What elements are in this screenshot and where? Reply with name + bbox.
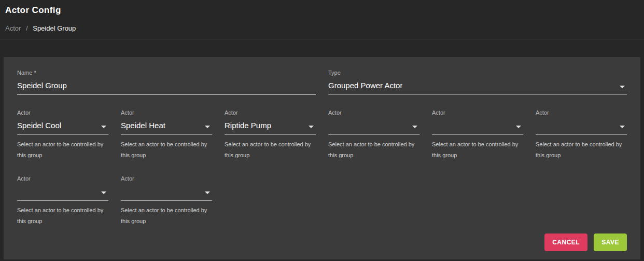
actor-select-value: Speidel Cool	[17, 121, 61, 130]
actor-field: Actor Select an actor to be controlled b…	[17, 175, 108, 227]
actor-field: Actor Riptide Pump Select an actor to be…	[225, 109, 316, 161]
actor-field-label: Actor	[17, 175, 108, 182]
save-button[interactable]: SAVE	[594, 233, 627, 251]
actor-field-label: Actor	[432, 109, 523, 116]
type-select[interactable]: Grouped Power Actor	[328, 79, 627, 95]
actor-field: Actor Select an actor to be controlled b…	[121, 175, 212, 227]
name-field: Name *	[17, 70, 316, 95]
actor-select[interactable]	[17, 185, 108, 201]
actor-field: Actor Select an actor to be controlled b…	[536, 109, 627, 161]
breadcrumb-separator: /	[26, 24, 28, 32]
actor-field-label: Actor	[121, 175, 212, 182]
name-field-label: Name *	[17, 70, 316, 76]
cancel-button[interactable]: CANCEL	[544, 233, 587, 251]
top-fields-row: Name * Type Grouped Power Actor	[17, 70, 627, 95]
actor-field-label: Actor	[121, 109, 212, 116]
chevron-down-icon	[412, 126, 417, 128]
actor-helper-text: Select an actor to be controlled by this…	[328, 139, 419, 161]
actor-select[interactable]: Speidel Cool	[17, 119, 108, 135]
chevron-down-icon	[516, 126, 521, 128]
type-field: Type Grouped Power Actor	[328, 70, 627, 95]
chevron-down-icon	[205, 191, 210, 194]
actor-select[interactable]	[432, 119, 523, 135]
name-input[interactable]	[17, 79, 316, 95]
actor-select-value: Speidel Heat	[121, 121, 165, 130]
header-divider	[0, 39, 644, 39]
actor-helper-text: Select an actor to be controlled by this…	[17, 139, 108, 161]
breadcrumb: Actor / Speidel Group	[5, 24, 639, 32]
actor-select-value: Riptide Pump	[225, 121, 271, 130]
actor-select[interactable]: Riptide Pump	[225, 119, 316, 135]
breadcrumb-actor-link[interactable]: Actor	[5, 24, 21, 32]
actor-select[interactable]	[121, 185, 212, 201]
chevron-down-icon	[620, 86, 625, 88]
chevron-down-icon	[205, 126, 210, 128]
chevron-down-icon	[620, 126, 625, 128]
actor-field: Actor Speidel Cool Select an actor to be…	[17, 109, 108, 161]
chevron-down-icon	[309, 126, 314, 128]
actor-helper-text: Select an actor to be controlled by this…	[17, 205, 108, 227]
actor-field: Actor Select an actor to be controlled b…	[328, 109, 419, 161]
actor-field-label: Actor	[225, 109, 316, 116]
breadcrumb-current: Speidel Group	[33, 24, 76, 32]
page-header: Actor Config Actor / Speidel Group	[0, 0, 644, 39]
actor-select[interactable]	[536, 119, 627, 135]
actor-field-label: Actor	[17, 109, 108, 116]
actor-field: Actor Speidel Heat Select an actor to be…	[121, 109, 212, 161]
actor-helper-text: Select an actor to be controlled by this…	[536, 139, 627, 161]
type-field-label: Type	[328, 70, 627, 76]
chevron-down-icon	[101, 126, 106, 128]
actor-select[interactable]: Speidel Heat	[121, 119, 212, 135]
actor-config-panel: Name * Type Grouped Power Actor Actor Sp…	[4, 57, 640, 259]
actor-helper-text: Select an actor to be controlled by this…	[121, 139, 212, 161]
actor-field-label: Actor	[536, 109, 627, 116]
actor-select[interactable]	[328, 119, 419, 135]
actor-helper-text: Select an actor to be controlled by this…	[225, 139, 316, 161]
actor-helper-text: Select an actor to be controlled by this…	[432, 139, 523, 161]
actor-field-label: Actor	[328, 109, 419, 116]
page-title: Actor Config	[5, 5, 639, 16]
actor-field: Actor Select an actor to be controlled b…	[432, 109, 523, 161]
actors-grid: Actor Speidel Cool Select an actor to be…	[17, 109, 627, 227]
actor-helper-text: Select an actor to be controlled by this…	[121, 205, 212, 227]
type-select-value: Grouped Power Actor	[328, 81, 402, 90]
form-actions: CANCEL SAVE	[544, 233, 627, 251]
chevron-down-icon	[101, 191, 106, 194]
